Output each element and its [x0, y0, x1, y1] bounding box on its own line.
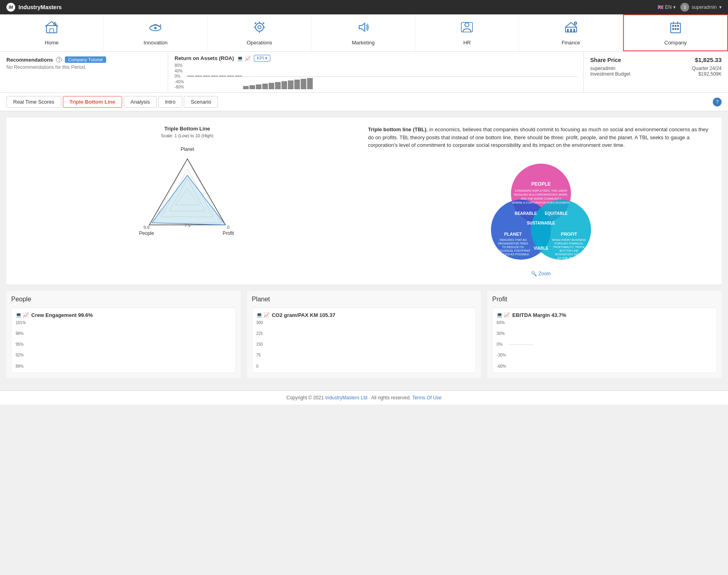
svg-line-7 — [160, 24, 161, 26]
svg-point-5 — [154, 27, 157, 29]
planet-title: Planet — [252, 296, 477, 303]
svg-point-9 — [258, 26, 261, 29]
crew-engagement-title: Crew Engagement 99.6% — [31, 312, 93, 318]
profit-title: Profit — [492, 296, 717, 303]
tbl-chart-title: Triple Bottom Line — [14, 126, 360, 132]
people-metric-card: 💻📈 Crew Engagement 99.6% 101% 98% 95% 92… — [11, 308, 236, 373]
investment-budget-label: Investment Budget — [590, 71, 630, 77]
people-card: People 💻📈 Crew Engagement 99.6% 101% 98%… — [6, 291, 241, 378]
nav-finance[interactable]: Finance — [519, 14, 623, 51]
company-icon — [668, 20, 683, 37]
svg-marker-40 — [152, 175, 225, 225]
planet-chart — [266, 321, 289, 369]
svg-text:People: People — [139, 230, 154, 236]
svg-text:ECOLOGICAL FOOTPRINT: ECOLOGICAL FOOTPRINT — [495, 249, 531, 252]
roa-title: Return on Assets (ROA) — [175, 55, 234, 61]
nav-company[interactable]: Company — [623, 14, 728, 51]
tbl-section: Triple Bottom Line Scale: 1 (Low) to 10 … — [6, 118, 722, 284]
tab-help-icon[interactable]: ? — [713, 98, 722, 106]
language-selector[interactable]: 🇬🇧 EN ▾ — [658, 4, 676, 10]
info-bar: Recommendations ? Company Tutorial No Re… — [0, 52, 728, 93]
recommendations-help-icon[interactable]: ? — [56, 57, 62, 62]
roa-panel: Return on Assets (ROA) 💻📈 KPI ▾ 80% 40% … — [168, 52, 584, 92]
bottom-sections: People 💻📈 Crew Engagement 99.6% 101% 98%… — [6, 291, 722, 378]
nav-finance-label: Finance — [561, 40, 580, 46]
people-chart — [29, 321, 52, 369]
svg-point-8 — [255, 23, 263, 31]
share-quarter: Quarter 24/24 — [692, 66, 722, 71]
tabs-bar: Real Time Scores Triple Bottom Line Anal… — [0, 93, 728, 111]
operations-icon — [252, 20, 267, 37]
user-menu[interactable]: S superadmin ▾ — [680, 3, 722, 12]
svg-text:Planet: Planet — [180, 146, 194, 152]
svg-text:0: 0 — [227, 225, 229, 230]
top-header: IM IndustryMasters 🇬🇧 EN ▾ S superadmin … — [0, 0, 728, 14]
copyright-text: Copyright © 2021 — [286, 395, 325, 401]
logo-area: IM IndustryMasters — [6, 3, 62, 12]
nav-operations[interactable]: Operations — [208, 14, 312, 51]
profit-chart — [509, 321, 533, 369]
investment-budget-value: $192,509K — [692, 71, 722, 77]
svg-text:TO REDUCE ITS: TO REDUCE ITS — [502, 246, 524, 248]
ebitda-title: EBITDA Margin 43.7% — [512, 312, 566, 318]
svg-text:BEARABLE: BEARABLE — [515, 211, 537, 216]
profit-card: Profit 💻📈 EBITDA Margin 43.7% 60% 30% 0%… — [487, 291, 722, 378]
nav-innovation-label: Innovation — [143, 40, 167, 46]
nav-bar: Home Innovation — [0, 14, 728, 52]
svg-text:A BUSINESS PLAN: A BUSINESS PLAN — [557, 260, 581, 263]
people-title: People — [11, 296, 236, 303]
svg-text:INVOLVED IN A CORPORATION'S WO: INVOLVED IN A CORPORATION'S WORK, — [514, 193, 568, 196]
svg-rect-29 — [672, 28, 674, 30]
svg-text:WHILE EVERY BUSINESS: WHILE EVERY BUSINESS — [552, 238, 586, 241]
svg-text:AS ONE PART OF: AS ONE PART OF — [557, 256, 581, 259]
nav-home[interactable]: Home — [0, 14, 104, 51]
tbl-right: Triple bottom line (TBL), in economics, … — [368, 126, 714, 276]
innovation-icon — [148, 20, 163, 37]
logo-text: IndustryMasters — [18, 4, 62, 10]
svg-text:WHERE A CORPORATION DOES BUSIN: WHERE A CORPORATION DOES BUSINESS — [512, 201, 570, 204]
svg-text:AND THE WIDER COMMUNITY: AND THE WIDER COMMUNITY — [521, 197, 561, 200]
nav-innovation[interactable]: Innovation — [104, 14, 207, 51]
tab-triple-bottom-line[interactable]: Triple Bottom Line — [63, 96, 122, 108]
people-metric-icons: 💻📈 — [16, 312, 29, 318]
planet-y-axis: 300 225 150 75 0 — [256, 321, 265, 369]
kpi-button[interactable]: KPI ▾ — [254, 55, 270, 62]
tab-analysis[interactable]: Analysis — [124, 96, 157, 108]
tab-real-time-scores[interactable]: Real Time Scores — [6, 96, 61, 108]
svg-text:PLANET: PLANET — [504, 232, 522, 236]
tbl-chart-subtitle: Scale: 1 (Low) to 10 (High) — [14, 133, 360, 138]
company-tutorial-badge[interactable]: Company Tutorial — [65, 56, 106, 63]
svg-text:SUSTAINABLE: SUSTAINABLE — [527, 221, 555, 225]
svg-rect-31 — [677, 28, 679, 30]
zoom-link[interactable]: 🔍 Zoom — [531, 271, 551, 276]
tab-scenario[interactable]: Scenario — [184, 96, 218, 108]
planet-metric-card: 💻📈 CO2 gram/PAX KM 105.37 300 225 150 75… — [252, 308, 477, 373]
people-y-axis: 101% 98% 95% 92% 89% — [16, 321, 28, 369]
terms-link[interactable]: Terms Of Use — [412, 395, 441, 401]
svg-rect-20 — [570, 29, 572, 32]
planet-card: Planet 💻📈 CO2 gram/PAX KM 105.37 300 225… — [247, 291, 481, 378]
tab-intro[interactable]: Intro — [158, 96, 182, 108]
svg-point-16 — [465, 23, 469, 27]
svg-text:VIABLE: VIABLE — [533, 246, 548, 250]
svg-rect-21 — [573, 29, 575, 32]
footer: Copyright © 2021 IndustryMasters Ltd · A… — [0, 391, 728, 405]
svg-text:BOTTOM LINE: BOTTOM LINE — [559, 249, 579, 252]
company-link[interactable]: IndustryMasters Ltd — [325, 395, 367, 401]
header-right: 🇬🇧 EN ▾ S superadmin ▾ — [658, 3, 722, 12]
share-price-title: Share Price — [590, 57, 621, 63]
hr-icon — [460, 20, 474, 37]
nav-hr[interactable]: HR — [415, 14, 519, 51]
share-price-value: $1,825.33 — [695, 56, 722, 63]
triangle-chart: Planet 7.5 9.8 — [14, 143, 360, 263]
svg-rect-0 — [46, 26, 57, 33]
recommendations-title: Recommendations — [6, 57, 53, 63]
svg-rect-26 — [672, 25, 674, 27]
main-content: Triple Bottom Line Scale: 1 (Low) to 10 … — [0, 111, 728, 384]
nav-marketing[interactable]: Marketing — [312, 14, 415, 51]
svg-rect-30 — [675, 28, 676, 30]
roa-icons: 💻📈 — [237, 56, 251, 61]
svg-rect-1 — [50, 29, 54, 33]
svg-rect-27 — [675, 25, 676, 27]
home-icon — [44, 20, 59, 37]
